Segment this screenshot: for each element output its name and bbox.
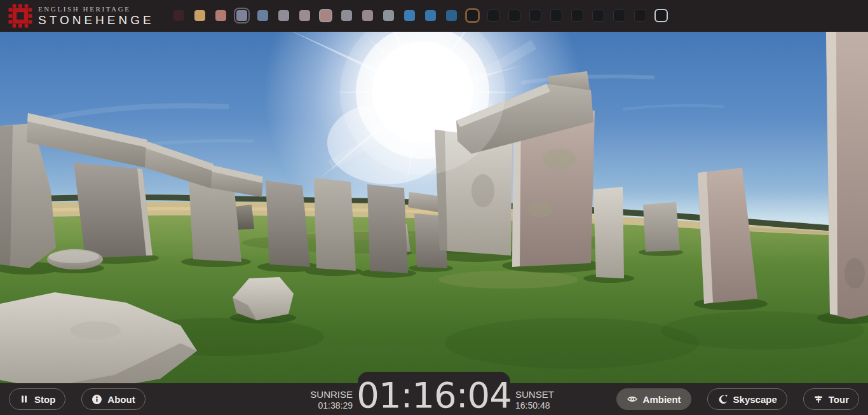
ambient-label: Ambient xyxy=(643,394,681,405)
stop-button[interactable]: Stop xyxy=(9,388,65,410)
hour-square-8[interactable] xyxy=(341,10,352,21)
moon-stars-icon xyxy=(717,394,728,405)
hour-square-3[interactable] xyxy=(236,10,247,21)
pause-icon xyxy=(19,394,29,404)
hour-square-18[interactable] xyxy=(551,10,562,21)
hour-square-7[interactable] xyxy=(320,10,331,21)
brand-eyebrow: ENGLISH HERITAGE xyxy=(38,5,154,13)
stonehenge-panorama xyxy=(0,32,868,383)
panorama-viewport[interactable] xyxy=(0,32,868,383)
skyscape-button[interactable]: Skyscape xyxy=(707,388,787,410)
hour-square-5[interactable] xyxy=(278,10,289,21)
about-label: About xyxy=(107,394,135,405)
hour-square-16[interactable] xyxy=(509,10,520,21)
tour-label: Tour xyxy=(829,394,849,405)
ambient-button[interactable]: Ambient xyxy=(616,388,691,410)
hour-square-17[interactable] xyxy=(530,10,541,21)
hour-square-23[interactable] xyxy=(656,10,667,21)
sunrise-label: SUNRISE xyxy=(310,389,353,400)
hour-square-10[interactable] xyxy=(383,10,394,21)
hour-square-22[interactable] xyxy=(635,10,646,21)
sunrise-info: SUNRISE 01:38:29 xyxy=(310,389,353,411)
hour-square-14[interactable] xyxy=(467,10,478,21)
english-heritage-logo-icon xyxy=(8,4,32,28)
info-icon xyxy=(92,394,102,405)
hour-square-6[interactable] xyxy=(299,10,310,21)
sunset-info: SUNSET 16:50:48 xyxy=(515,389,554,411)
sunset-label: SUNSET xyxy=(515,389,554,400)
right-controls: Ambient Skyscape Tour xyxy=(616,388,859,410)
brand-title: STONEHENGE xyxy=(38,13,154,27)
hour-square-9[interactable] xyxy=(362,10,373,21)
hour-square-1[interactable] xyxy=(194,10,205,21)
hour-square-13[interactable] xyxy=(446,10,457,21)
hour-square-20[interactable] xyxy=(593,10,604,21)
bottom-bar: 01:16:04 SUNRISE 01:38:29 SUNSET 16:50:4… xyxy=(0,383,868,415)
hour-square-12[interactable] xyxy=(425,10,436,21)
hour-squares-row xyxy=(173,10,667,21)
app-header: ENGLISH HERITAGE STONEHENGE xyxy=(0,0,868,32)
brand[interactable]: ENGLISH HERITAGE STONEHENGE xyxy=(8,4,154,28)
hour-square-4[interactable] xyxy=(257,10,268,21)
sunrise-time: 01:38:29 xyxy=(310,400,353,411)
skyscape-label: Skyscape xyxy=(733,394,777,405)
clock-time: 01:16:04 xyxy=(356,376,512,415)
about-button[interactable]: About xyxy=(81,388,145,410)
hour-square-21[interactable] xyxy=(614,10,625,21)
eye-icon xyxy=(627,394,638,404)
left-controls: Stop About xyxy=(9,388,146,410)
stop-label: Stop xyxy=(34,394,55,405)
hour-square-11[interactable] xyxy=(404,10,415,21)
hour-square-0[interactable] xyxy=(173,10,184,21)
sunset-time: 16:50:48 xyxy=(515,400,554,411)
hour-square-2[interactable] xyxy=(215,10,226,21)
stonehenge-skyscape-app: { "brand": { "eyebrow": "ENGLISH HERITAG… xyxy=(0,0,868,415)
clock-panel: 01:16:04 xyxy=(358,372,510,415)
hour-square-15[interactable] xyxy=(488,10,499,21)
signpost-icon xyxy=(813,394,824,404)
hour-square-19[interactable] xyxy=(572,10,583,21)
tour-button[interactable]: Tour xyxy=(803,388,859,410)
